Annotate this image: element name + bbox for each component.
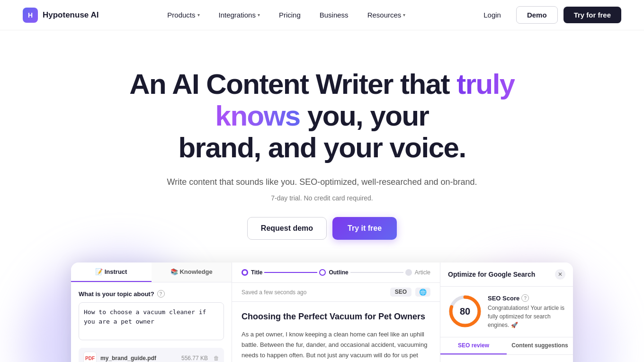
step-article: Article — [405, 269, 430, 276]
try-it-free-button[interactable]: Try it free — [332, 217, 397, 240]
svg-point-0 — [243, 271, 247, 274]
progress-steps: Title Outline Article — [242, 269, 430, 276]
step-dot-article — [405, 269, 412, 276]
chevron-down-icon: ▾ — [258, 12, 260, 18]
nav-resources[interactable]: Resources ▾ — [360, 7, 413, 23]
score-info-text: Congratulations! Your article is fully o… — [488, 304, 565, 329]
step-dot-outline — [319, 269, 326, 276]
seo-review-button[interactable]: SEO review — [440, 337, 507, 354]
info-icon[interactable]: ? — [157, 290, 165, 298]
topic-textarea[interactable]: How to choose a vacuum cleaner if you ar… — [79, 302, 224, 340]
pdf-icon: PDF — [83, 352, 97, 362]
request-demo-button[interactable]: Request demo — [247, 217, 327, 240]
left-tabs: 📝 Instruct 📚 Knowledge — [71, 262, 232, 282]
file-name: my_brand_guide.pdf — [100, 355, 178, 362]
progress-bar-area: Title Outline Article — [232, 262, 440, 283]
hero-title-plain: An AI Content Writer that — [129, 68, 456, 100]
seo-close-button[interactable]: ✕ — [555, 269, 565, 280]
seo-actions: SEO review Content suggestions — [440, 337, 573, 355]
navbar: H Hypotenuse AI Products ▾ Integrations … — [0, 0, 644, 30]
step-outline: Outline — [319, 269, 348, 276]
hero-buttons: Request demo Try it free — [118, 217, 526, 240]
save-status: Saved a few seconds ago — [242, 289, 306, 296]
hero-subtitle: Write content that sounds like you. SEO-… — [118, 175, 526, 189]
score-info: SEO Score ? Congratulations! Your articl… — [488, 294, 565, 329]
seo-score-circle: 80 — [448, 294, 482, 328]
seo-header: Optimize for Google Search ✕ — [440, 262, 573, 287]
chevron-down-icon: ▾ — [197, 12, 200, 18]
center-panel: Title Outline Article Saved a few second… — [232, 262, 440, 362]
topic-label: What is your topic about? ? — [79, 290, 224, 298]
left-body: What is your topic about? ? How to choos… — [71, 282, 232, 362]
seo-score-info-icon[interactable]: ? — [521, 294, 529, 302]
tab-instruct[interactable]: 📝 Instruct — [71, 262, 152, 282]
seo-score-area: 80 SEO Score ? Congratulations! Your art… — [440, 287, 573, 337]
nav-links: Products ▾ Integrations ▾ Pricing Busine… — [160, 7, 413, 23]
demo-area: 📝 Instruct 📚 Knowledge What is your topi… — [62, 262, 582, 362]
seo-content-area — [440, 355, 573, 362]
article-text: As a pet owner, I know keeping a clean h… — [242, 329, 430, 362]
logo[interactable]: H Hypotenuse AI — [23, 8, 98, 23]
step-title: Title — [242, 269, 262, 276]
hero-section: An AI Content Writer that truly knows yo… — [109, 30, 535, 240]
left-panel: 📝 Instruct 📚 Knowledge What is your topi… — [71, 262, 232, 362]
content-suggestions-button[interactable]: Content suggestions — [507, 337, 573, 354]
logo-text: Hypotenuse AI — [43, 10, 98, 20]
logo-icon: H — [23, 8, 38, 23]
seo-score-number: 80 — [460, 306, 470, 317]
try-for-free-button[interactable]: Try for free — [564, 7, 621, 23]
login-button[interactable]: Login — [474, 7, 510, 23]
hero-title: An AI Content Writer that truly knows yo… — [118, 68, 526, 164]
chevron-down-icon: ▾ — [403, 12, 405, 18]
seo-panel: Optimize for Google Search ✕ 80 SEO Scor… — [440, 262, 573, 362]
nav-business[interactable]: Business — [312, 7, 356, 23]
hero-trial-text: 7-day trial. No credit card required. — [118, 194, 526, 202]
editor-wrapper: 📝 Instruct 📚 Knowledge What is your topi… — [71, 262, 573, 362]
step-line-1 — [264, 272, 317, 273]
file-delete-icon[interactable]: 🗑 — [214, 355, 219, 362]
nav-actions: Login Demo Try for free — [474, 6, 621, 24]
tab-knowledge[interactable]: 📚 Knowledge — [152, 262, 232, 282]
file-chip: PDF my_brand_guide.pdf 556.77 KB 🗑 — [79, 348, 224, 362]
nav-products[interactable]: Products ▾ — [160, 7, 207, 23]
seo-panel-title: Optimize for Google Search — [448, 271, 535, 278]
translate-icon[interactable]: 🌐 — [415, 288, 430, 297]
article-body: Choosing the Perfect Vacuum for Pet Owne… — [232, 302, 440, 362]
article-title: Choosing the Perfect Vacuum for Pet Owne… — [242, 311, 430, 322]
seo-badge[interactable]: SEO — [390, 288, 411, 297]
nav-integrations[interactable]: Integrations ▾ — [211, 7, 268, 23]
demo-button[interactable]: Demo — [516, 6, 558, 24]
nav-pricing[interactable]: Pricing — [271, 7, 308, 23]
article-header: Saved a few seconds ago SEO 🌐 — [232, 283, 440, 302]
step-dot-title — [242, 269, 248, 276]
step-line-2 — [350, 272, 403, 273]
score-info-title: SEO Score ? — [488, 294, 565, 302]
header-badges: SEO 🌐 — [390, 288, 430, 297]
file-size: 556.77 KB — [181, 355, 208, 362]
